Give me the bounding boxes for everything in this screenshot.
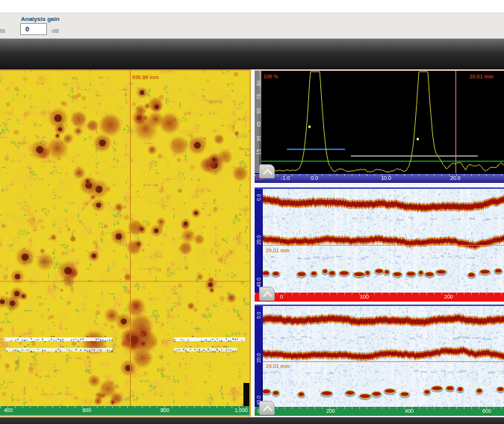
ascan-scroll-corner-button[interactable]: [259, 164, 275, 178]
axis-tick-label: 60: [256, 104, 261, 117]
analysis-gain-label: Analysis gain: [21, 16, 60, 22]
ascan-amplitude-readout: 100 %: [264, 74, 279, 79]
ascan-plot[interactable]: [261, 71, 504, 173]
tab-bar: A-S-C-Scan S-C-D-Scan: [0, 39, 504, 69]
bscan-top-image[interactable]: [263, 189, 504, 293]
dscan-scan-axis: 0200400600: [255, 407, 504, 416]
ascan-distance-axis: -2.0-1.00.010.020.0: [255, 174, 504, 183]
cscan-image[interactable]: [0, 71, 249, 406]
dscan-image[interactable]: [263, 306, 504, 407]
analysis-window: dB Analysis gain dB A-S-C-Scan S-C-D-Sca…: [0, 0, 504, 424]
cscan-cursor-readout: 698.69 mm: [132, 75, 159, 80]
ascan-amplitude-axis: 907560453015: [255, 71, 261, 173]
bscan-top-scan-axis: 0100200: [255, 293, 504, 302]
dscan-depth-readout: 20.01 mm: [266, 364, 290, 369]
cscan-scan-axis: 4006008001,000: [0, 406, 249, 415]
axis-tick-label: 200: [444, 294, 453, 299]
bscan-top-depth-axis: 0.020.040.0: [255, 189, 263, 293]
axis-tick-label: 75: [256, 90, 261, 104]
axis-tick-label: 15: [256, 146, 261, 159]
axis-tick-label: 800: [161, 408, 169, 413]
axis-tick-label: 90: [256, 76, 261, 90]
axis-tick-label: 20.0: [256, 233, 261, 246]
left-db-unit-label: dB: [0, 28, 5, 34]
axis-tick-label: 10.0: [381, 175, 391, 181]
axis-tick-label: 20.0: [450, 175, 461, 181]
chevron-up-icon: [263, 291, 273, 301]
analysis-gain-input[interactable]: [20, 23, 47, 35]
axis-tick-label: 30: [256, 131, 261, 145]
gain-db-unit-label: dB: [52, 28, 59, 34]
axis-tick-label: 0.0: [256, 190, 261, 204]
axis-tick-label: 600: [82, 408, 91, 413]
axis-tick-label: 600: [482, 408, 491, 414]
chevron-up-icon: [263, 169, 273, 178]
dscan-scroll-corner-button[interactable]: [259, 401, 275, 415]
bscan-top-depth-readout: 20.01 mm: [266, 248, 290, 253]
axis-tick-label: 0.0: [311, 175, 318, 181]
window-bottom-strip: [0, 417, 504, 424]
cscan-view[interactable]: 698.69 mm 4006008001,000: [0, 69, 251, 417]
axis-tick-label: 0: [280, 294, 283, 299]
bscan-top-view[interactable]: 0.020.040.0 20.01 mm 0100200: [255, 187, 504, 302]
chevron-up-icon: [263, 405, 273, 415]
axis-tick-label: 200: [326, 408, 335, 414]
dscan-depth-axis: 0.020.040.0: [255, 306, 263, 407]
axis-tick-label: 400: [4, 408, 13, 413]
ascan-view[interactable]: 907560453015 100 % 20.01 mm -2.0-1.00.01…: [255, 70, 504, 183]
panel-divider: [251, 69, 255, 417]
axis-tick-label: 400: [405, 408, 414, 414]
ascan-depth-readout: 20.01 mm: [470, 74, 494, 79]
toolbar: dB Analysis gain dB: [0, 13, 504, 39]
window-top-area: [0, 0, 504, 13]
axis-tick-label: -1.0: [281, 175, 290, 181]
bscan-top-scroll-corner-button[interactable]: [259, 287, 275, 301]
axis-tick-label: 100: [360, 294, 369, 299]
dscan-bottom-view[interactable]: 0.020.040.0 20.01 mm 0200400600: [255, 305, 504, 416]
axis-tick-label: 0.0: [256, 309, 261, 322]
axis-tick-label: 1,000: [234, 408, 248, 413]
axis-tick-label: 45: [256, 118, 261, 131]
axis-tick-label: 20.0: [256, 352, 261, 365]
